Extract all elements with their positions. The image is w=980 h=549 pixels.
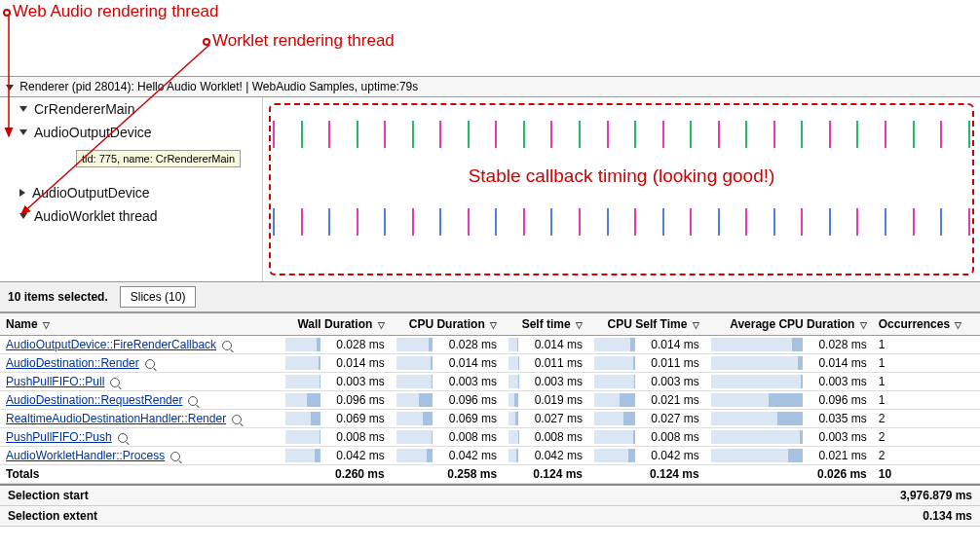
track-tooltip: tid: 775, name: CrRendererMain xyxy=(76,150,241,167)
search-icon[interactable] xyxy=(232,415,242,424)
selection-start-value: 3,976.879 ms xyxy=(900,489,972,502)
table-row[interactable]: RealtimeAudioDestinationHandler::Render0… xyxy=(0,410,980,428)
column-header[interactable]: Name ▽ xyxy=(0,313,280,336)
timeline-panel[interactable]: Stable callback timing (looking good!) xyxy=(263,97,980,281)
occurrences: 1 xyxy=(873,391,980,410)
sort-icon: ▽ xyxy=(490,320,497,330)
sort-icon: ▽ xyxy=(860,320,867,330)
slice-name-link[interactable]: PushPullFIFO::Pull xyxy=(6,375,104,388)
occurrences: 1 xyxy=(873,373,980,391)
track-label: AudioOutputDevice xyxy=(34,125,152,140)
selection-extent-value: 0.134 ms xyxy=(923,509,972,523)
sort-icon: ▽ xyxy=(378,320,385,330)
timeline-audio-output xyxy=(273,117,970,148)
chevron-down-icon[interactable] xyxy=(19,106,27,112)
timeline-tick xyxy=(468,208,470,236)
slice-name-link[interactable]: AudioDestination::RequestRender xyxy=(6,393,182,407)
timeline-tick xyxy=(856,121,858,148)
timeline-tick xyxy=(913,121,915,148)
timeline-tick xyxy=(829,121,831,148)
slice-name-link[interactable]: PushPullFIFO::Push xyxy=(6,430,112,444)
sort-icon: ▽ xyxy=(43,320,50,330)
timeline-tick xyxy=(384,208,386,236)
chevron-down-icon xyxy=(6,85,14,91)
timeline-tick xyxy=(328,121,330,148)
column-header[interactable]: Occurrences ▽ xyxy=(873,313,980,336)
selection-start-label: Selection start xyxy=(8,489,89,502)
renderer-header[interactable]: Renderer (pid 28014): Hello Audio Workle… xyxy=(0,76,980,97)
search-icon[interactable] xyxy=(145,359,155,369)
slice-name-link[interactable]: AudioOutputDevice::FireRenderCallback xyxy=(6,338,216,351)
timeline-tick xyxy=(328,208,330,236)
timeline-tick xyxy=(301,121,303,148)
header-title: Renderer (pid 28014): Hello Audio Workle… xyxy=(19,80,418,93)
track-label: CrRendererMain xyxy=(34,101,134,117)
table-row[interactable]: AudioDestination::Render0.014 ms0.014 ms… xyxy=(0,354,980,373)
slice-name-link[interactable]: AudioWorkletHandler::Process xyxy=(6,449,165,462)
chevron-down-icon[interactable] xyxy=(19,213,27,219)
track-row[interactable]: AudioOutputDevice xyxy=(0,181,262,204)
selection-footer: Selection start 3,976.879 ms Selection e… xyxy=(0,484,980,527)
search-icon[interactable] xyxy=(170,452,180,461)
timeline-tick xyxy=(968,208,970,236)
track-list: CrRendererMainAudioOutputDeviceAudioOutp… xyxy=(0,97,263,281)
search-icon[interactable] xyxy=(110,378,120,387)
timeline-tick xyxy=(940,208,942,236)
search-icon[interactable] xyxy=(222,341,232,350)
timeline-tick xyxy=(940,121,942,148)
column-header[interactable]: Wall Duration ▽ xyxy=(280,313,391,336)
column-header[interactable]: Self time ▽ xyxy=(503,313,588,336)
timeline-tick xyxy=(273,208,275,236)
occurrences: 1 xyxy=(873,354,980,373)
timeline-tick xyxy=(885,121,886,148)
chevron-down-icon[interactable] xyxy=(19,129,27,135)
table-row[interactable]: AudioOutputDevice::FireRenderCallback0.0… xyxy=(0,336,980,354)
timeline-tick xyxy=(690,208,692,236)
items-selected-label: 10 items selected. xyxy=(8,290,108,304)
column-header[interactable]: Average CPU Duration ▽ xyxy=(705,313,873,336)
timeline-tick xyxy=(634,121,636,148)
column-header[interactable]: CPU Self Time ▽ xyxy=(588,313,705,336)
slice-name-link[interactable]: AudioDestination::Render xyxy=(6,356,139,370)
column-header[interactable]: CPU Duration ▽ xyxy=(391,313,503,336)
timeline-tick xyxy=(607,208,609,236)
timeline-tick xyxy=(690,121,692,148)
timeline-tick xyxy=(718,208,720,236)
timeline-tick xyxy=(550,208,552,236)
timeline-tick xyxy=(301,208,303,236)
timeline-tick xyxy=(801,208,803,236)
profiling-table: Name ▽Wall Duration ▽CPU Duration ▽Self … xyxy=(0,312,980,484)
slice-name-link[interactable]: RealtimeAudioDestinationHandler::Render xyxy=(6,412,226,425)
totals-row: Totals0.260 ms0.258 ms0.124 ms0.124 ms0.… xyxy=(0,465,980,484)
occurrences: 2 xyxy=(873,428,980,447)
timeline-tick xyxy=(357,208,358,236)
timeline-tick xyxy=(829,208,831,236)
table-row[interactable]: AudioWorkletHandler::Process0.042 ms0.04… xyxy=(0,447,980,465)
search-icon[interactable] xyxy=(118,433,128,443)
timeline-tick xyxy=(662,121,664,148)
timeline-tick xyxy=(273,121,275,148)
table-row[interactable]: AudioDestination::RequestRender0.096 ms0… xyxy=(0,391,980,410)
timeline-tick xyxy=(773,208,775,236)
track-row[interactable]: AudioWorklet thread xyxy=(0,204,262,228)
track-row[interactable]: AudioOutputDevice xyxy=(0,121,262,144)
table-row[interactable]: PushPullFIFO::Pull0.003 ms0.003 ms0.003 … xyxy=(0,373,980,391)
timeline-tick xyxy=(885,208,886,236)
occurrences: 1 xyxy=(873,336,980,354)
timeline-tick xyxy=(607,121,609,148)
search-icon[interactable] xyxy=(188,396,198,406)
timeline-tick xyxy=(439,121,441,148)
chevron-right-icon[interactable] xyxy=(19,189,25,197)
sort-icon: ▽ xyxy=(693,320,699,330)
table-row[interactable]: PushPullFIFO::Push0.008 ms0.008 ms0.008 … xyxy=(0,428,980,447)
timeline-tick xyxy=(550,121,552,148)
slices-chip[interactable]: Slices (10) xyxy=(120,286,197,308)
track-row[interactable]: CrRendererMain xyxy=(0,97,262,121)
timeline-tick xyxy=(384,121,386,148)
track-label: AudioOutputDevice xyxy=(32,185,150,201)
timeline-tick xyxy=(357,121,358,148)
timeline-tick xyxy=(412,208,414,236)
timeline-tick xyxy=(856,208,858,236)
timeline-tick xyxy=(773,121,775,148)
occurrences: 2 xyxy=(873,447,980,465)
